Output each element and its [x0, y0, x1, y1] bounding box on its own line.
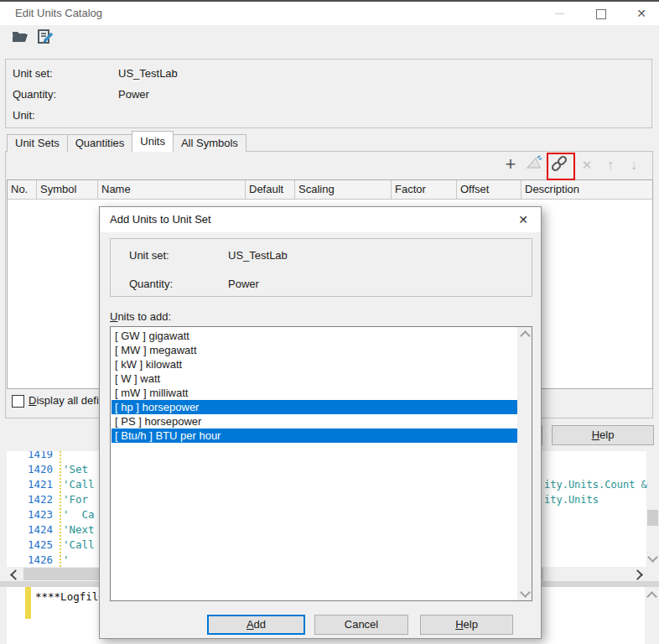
- unit-set-value: US_TestLab: [118, 67, 178, 80]
- logfile-change-bar: [25, 587, 31, 619]
- list-item[interactable]: [ GW ] gigawatt: [112, 329, 518, 343]
- minimize-icon: [555, 13, 564, 14]
- scrollbar-thumb[interactable]: [647, 510, 658, 526]
- code-change-bar: [60, 451, 61, 567]
- list-item[interactable]: [ hp ] horsepower: [112, 400, 518, 414]
- units-to-add-label: Units to add:: [110, 310, 171, 323]
- arrow-up-icon: ↑: [607, 158, 614, 172]
- tab-quantities[interactable]: Quantities: [67, 134, 133, 152]
- dialog-close-button[interactable]: ✕: [514, 210, 532, 229]
- column-header-offset[interactable]: Offset: [457, 180, 521, 199]
- tab-unit-sets[interactable]: Unit Sets: [7, 134, 68, 152]
- link-icon: [550, 163, 568, 175]
- list-item[interactable]: [ Btu/h ] BTU per hour: [112, 428, 518, 443]
- dialog-title: Add Units to Unit Set: [110, 213, 211, 226]
- link-units-button[interactable]: [548, 154, 570, 176]
- unit-set-label: Unit set:: [129, 249, 169, 262]
- quantity-label: Quantity:: [13, 88, 56, 101]
- plus-icon: +: [506, 153, 516, 174]
- scroll-down-icon[interactable]: [647, 552, 658, 563]
- unit-label: Unit:: [13, 109, 35, 122]
- logfile-text: ****Logfile: [35, 590, 105, 603]
- code-fragment: ity.Units: [544, 494, 599, 506]
- column-header-factor[interactable]: Factor: [392, 180, 457, 199]
- display-all-checkbox-label: Display all defin: [29, 394, 105, 407]
- add-button[interactable]: Add: [207, 615, 305, 635]
- add-units-dialog: Add Units to Unit Set ✕ Unit set: US_Tes…: [99, 206, 542, 639]
- open-catalog-button[interactable]: [11, 29, 31, 49]
- edit-unit-icon: [526, 161, 544, 174]
- column-header-scaling[interactable]: Scaling: [295, 180, 392, 199]
- column-header-name[interactable]: Name: [98, 180, 246, 199]
- window-title: Edit Units Catalog: [15, 7, 102, 19]
- arrow-down-icon: ↓: [630, 158, 637, 172]
- column-header-no[interactable]: No.: [8, 180, 37, 199]
- column-header-symbol[interactable]: Symbol: [37, 180, 98, 199]
- open-folder-icon: [11, 35, 29, 48]
- close-button[interactable]: ✕: [629, 4, 654, 23]
- minimize-button[interactable]: [547, 4, 572, 23]
- delete-icon: ✕: [582, 158, 593, 172]
- dialog-help-button[interactable]: Help: [420, 615, 513, 635]
- tab-units[interactable]: Units: [132, 131, 174, 152]
- edit-unit-button[interactable]: [524, 154, 546, 176]
- edit-catalog-button[interactable]: [36, 29, 56, 49]
- add-unit-button[interactable]: +: [500, 154, 521, 176]
- move-up-button[interactable]: ↑: [599, 154, 621, 176]
- list-item[interactable]: [ PS ] horsepower: [112, 414, 518, 428]
- dialog-title-bar: Add Units to Unit Set ✕: [100, 207, 541, 232]
- code-vertical-scrollbar[interactable]: [646, 451, 659, 567]
- units-list-rows: [ GW ] gigawatt [ MW ] megawatt [ kW ] k…: [112, 329, 518, 443]
- code-fragment: ity.Units.Count &: [544, 479, 647, 491]
- quantity-value: Power: [228, 278, 259, 290]
- close-icon: ✕: [518, 213, 528, 226]
- logfile-vertical-scrollbar[interactable]: [645, 587, 658, 644]
- unit-set-label: Unit set:: [13, 67, 53, 80]
- delete-unit-button[interactable]: ✕: [576, 154, 598, 176]
- units-table-header: No. Symbol Name Default Scaling Factor O…: [8, 180, 652, 200]
- list-item[interactable]: [ MW ] megawatt: [112, 343, 518, 357]
- catalog-tabs: Unit Sets Quantities Units All Symbols: [7, 132, 246, 152]
- scroll-up-icon[interactable]: [646, 591, 657, 602]
- quantity-label: Quantity:: [129, 278, 173, 290]
- scroll-left-icon[interactable]: [10, 569, 21, 580]
- quantity-value: Power: [118, 88, 149, 101]
- title-bar: Edit Units Catalog ✕: [0, 2, 659, 25]
- close-icon: ✕: [636, 7, 646, 20]
- list-vertical-scrollbar[interactable]: [517, 327, 532, 600]
- edit-catalog-icon: [36, 35, 54, 48]
- unit-set-value: US_TestLab: [228, 249, 288, 262]
- catalog-info-panel: Unit set: US_TestLab Quantity: Power Uni…: [5, 59, 652, 128]
- list-item[interactable]: [ mW ] milliwatt: [112, 386, 518, 400]
- list-item[interactable]: [ kW ] kilowatt: [112, 357, 518, 371]
- main-help-button[interactable]: Help: [552, 425, 654, 445]
- column-header-default[interactable]: Default: [246, 180, 295, 199]
- list-item[interactable]: [ W ] watt: [112, 371, 518, 386]
- scroll-down-icon[interactable]: [520, 587, 531, 598]
- tab-all-symbols[interactable]: All Symbols: [173, 134, 246, 152]
- move-down-button[interactable]: ↓: [623, 154, 645, 176]
- dialog-info-panel: Unit set: US_TestLab Quantity: Power: [110, 238, 532, 297]
- display-all-checkbox[interactable]: [12, 395, 24, 408]
- scroll-up-icon[interactable]: [520, 330, 531, 341]
- maximize-icon: [596, 9, 606, 19]
- column-header-description[interactable]: Description: [521, 180, 652, 199]
- cancel-button[interactable]: Cancel: [314, 615, 408, 635]
- maximize-button[interactable]: [589, 4, 614, 23]
- scroll-right-icon[interactable]: [632, 569, 643, 580]
- units-to-add-list[interactable]: [ GW ] gigawatt [ MW ] megawatt [ kW ] k…: [110, 326, 532, 601]
